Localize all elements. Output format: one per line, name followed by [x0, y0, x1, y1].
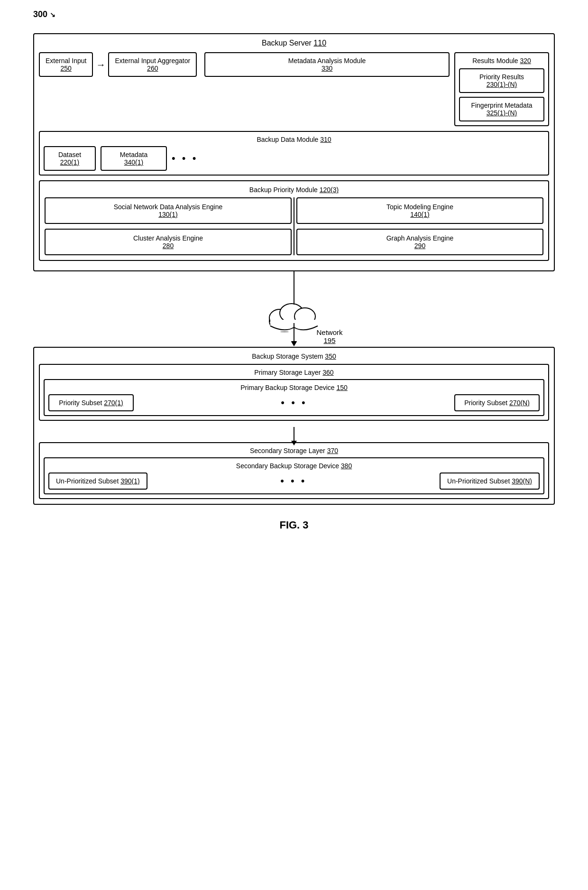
connector-line-2	[294, 323, 294, 342]
storage-system-title: Backup Storage System 350	[39, 352, 549, 360]
figure-label: FIG. 3	[33, 519, 555, 531]
left-top-section: External Input 250 → External Input Aggr…	[39, 52, 450, 77]
primary-device-box: Primary Backup Storage Device 150 Priori…	[44, 379, 544, 416]
cluster-analysis-engine-box: Cluster Analysis Engine 280	[45, 229, 292, 255]
connector-server-to-network	[33, 271, 555, 295]
primary-subset-row: Priority Subset 270(1) • • • Priority Su…	[48, 394, 540, 411]
primary-subset-n-box: Priority Subset 270(N)	[454, 394, 540, 411]
secondary-device-title: Secondary Backup Storage Device 380	[48, 462, 540, 470]
dots-separator-2: • • •	[281, 397, 307, 409]
topic-modeling-engine-box: Topic Modeling Engine 140(1)	[296, 197, 543, 224]
results-module-box: Results Module 320 Priority Results 230(…	[454, 52, 549, 126]
secondary-subset-n-box: Un-Prioritized Subset 390(N)	[440, 473, 540, 490]
secondary-storage-layer-box: Secondary Storage Layer 370 Secondary Ba…	[39, 442, 549, 499]
aggregator-box: External Input Aggregator 260	[108, 52, 197, 77]
backup-data-module-box: Backup Data Module 310 Dataset 220(1) Me…	[39, 131, 549, 176]
backup-server-box: Backup Server 110 External Input 250 → E…	[33, 33, 555, 271]
external-input-box: External Input 250	[39, 52, 93, 77]
dots-separator-1: • • •	[172, 152, 198, 165]
secondary-subset-row: Un-Prioritized Subset 390(1) • • • Un-Pr…	[48, 473, 540, 490]
results-module-title: Results Module 320	[459, 57, 544, 65]
down-arrow-icon	[294, 427, 294, 441]
metadata-box: Metadata 340(1)	[101, 146, 167, 171]
backup-data-module-title: Backup Data Module 310	[44, 136, 544, 143]
backup-storage-system-box: Backup Storage System 350 Primary Storag…	[33, 347, 555, 505]
connector-network-to-storage	[33, 323, 555, 342]
arrow-indicator: ↘	[50, 11, 55, 19]
secondary-subset-1-box: Un-Prioritized Subset 390(1)	[48, 473, 147, 490]
top-row: External Input 250 → External Input Aggr…	[39, 52, 549, 126]
primary-layer-title: Primary Storage Layer 360	[44, 369, 544, 376]
primary-device-title: Primary Backup Storage Device 150	[48, 384, 540, 391]
backup-data-inner: Dataset 220(1) Metadata 340(1) • • •	[44, 146, 544, 171]
social-network-engine-box: Social Network Data Analysis Engine 130(…	[45, 197, 292, 224]
primary-storage-layer-box: Primary Storage Layer 360 Primary Backup…	[39, 364, 549, 421]
connector-line-1	[294, 271, 294, 295]
arrow-to-aggregator: →	[96, 59, 105, 70]
dataset-box: Dataset 220(1)	[44, 146, 96, 171]
metadata-analysis-box: Metadata Analysis Module 330	[204, 52, 450, 77]
graph-analysis-engine-box: Graph Analysis Engine 290	[296, 229, 543, 255]
primary-subset-1-box: Priority Subset 270(1)	[48, 394, 134, 411]
backup-server-title: Backup Server 110	[39, 39, 549, 47]
priority-grid-wrapper: Social Network Data Analysis Engine 130(…	[45, 197, 543, 255]
diagram-number: 300 ↘	[33, 9, 55, 19]
fingerprint-metadata-box: Fingerprint Metadata 325(1)-(N)	[459, 97, 544, 121]
layer-connector	[39, 426, 549, 442]
priority-grid: Social Network Data Analysis Engine 130(…	[45, 197, 543, 255]
arrow-head-down	[291, 342, 297, 346]
priority-module-title: Backup Priority Module 120(3)	[45, 186, 543, 194]
network-label: Network 195	[316, 328, 342, 344]
secondary-layer-title: Secondary Storage Layer 370	[44, 447, 544, 454]
secondary-device-box: Secondary Backup Storage Device 380 Un-P…	[44, 457, 544, 494]
dots-separator-3: • • •	[280, 475, 306, 487]
priority-results-box: Priority Results 230(1)-(N)	[459, 68, 544, 93]
backup-priority-module-box: Backup Priority Module 120(3) Social Net…	[39, 180, 549, 261]
